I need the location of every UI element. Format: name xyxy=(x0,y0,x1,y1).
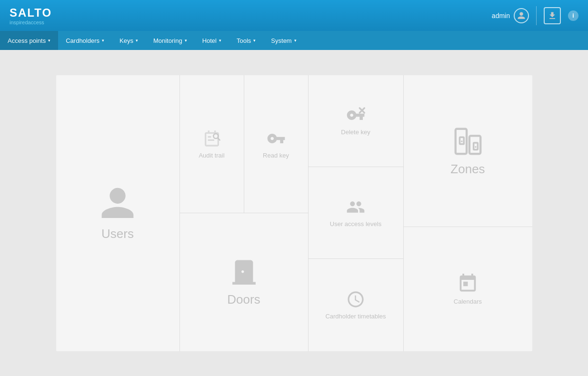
admin-label: admin xyxy=(492,12,510,20)
header-right: admin i xyxy=(492,6,578,25)
chevron-down-icon: ▾ xyxy=(294,38,297,43)
user-access-icon xyxy=(346,198,365,217)
cardholder-timetables-label: Cardholder timetables xyxy=(325,313,386,320)
chevron-down-icon: ▾ xyxy=(48,38,50,43)
right-middle-section: Delete key User access levels Cardholder… xyxy=(309,75,404,351)
zones-label: Zones xyxy=(450,162,485,177)
nav-item-monitoring[interactable]: Monitoring ▾ xyxy=(146,31,195,50)
cardholder-timetables-tile[interactable]: Cardholder timetables xyxy=(309,259,403,351)
delete-key-tile[interactable]: Delete key xyxy=(309,75,403,167)
middle-section: Audit trail Read key Door xyxy=(180,75,309,351)
nav-item-hotel[interactable]: Hotel ▾ xyxy=(195,31,229,50)
read-key-label: Read key xyxy=(263,152,289,159)
zones-icon xyxy=(451,125,485,158)
users-tile[interactable]: Users xyxy=(56,75,180,351)
cardholder-timetables-icon xyxy=(346,290,365,309)
logo-tagline: inspiredaccess xyxy=(10,20,44,25)
nav-bar: Access points ▾ Cardholders ▾ Keys ▾ Mon… xyxy=(0,31,588,50)
chevron-down-icon: ▾ xyxy=(253,38,256,43)
nav-item-keys[interactable]: Keys ▾ xyxy=(112,31,146,50)
doors-icon xyxy=(229,257,259,288)
audit-trail-label: Audit trail xyxy=(199,152,224,159)
logo-salto: SALTO xyxy=(10,6,52,20)
calendars-label: Calendars xyxy=(454,298,482,305)
info-icon[interactable]: i xyxy=(568,10,578,21)
nav-item-access-points[interactable]: Access points ▾ xyxy=(0,31,58,50)
users-label: Users xyxy=(101,227,134,241)
svg-rect-5 xyxy=(469,136,480,154)
read-key-icon xyxy=(267,129,286,148)
calendars-icon xyxy=(457,273,478,294)
nav-item-tools[interactable]: Tools ▾ xyxy=(229,31,263,50)
doors-tile[interactable]: Doors xyxy=(180,213,308,351)
user-access-levels-label: User access levels xyxy=(330,220,381,228)
dashboard-grid: Users Audit trail xyxy=(56,75,532,351)
audit-trail-icon xyxy=(202,129,221,148)
nav-item-system[interactable]: System ▾ xyxy=(263,31,304,50)
admin-area: admin xyxy=(492,8,529,23)
nav-item-cardholders[interactable]: Cardholders ▾ xyxy=(58,31,112,50)
header: SALTO inspiredaccess admin i xyxy=(0,0,588,31)
user-access-levels-tile[interactable]: User access levels xyxy=(309,167,403,259)
delete-key-label: Delete key xyxy=(341,129,370,136)
doors-label: Doors xyxy=(227,292,260,307)
chevron-down-icon: ▾ xyxy=(136,38,138,43)
logo: SALTO inspiredaccess xyxy=(10,6,52,25)
zones-tile[interactable]: Zones xyxy=(404,75,532,227)
svg-point-7 xyxy=(461,140,463,142)
read-key-tile[interactable]: Read key xyxy=(244,75,308,213)
main-content: Users Audit trail xyxy=(0,50,588,376)
chevron-down-icon: ▾ xyxy=(102,38,104,43)
delete-key-icon xyxy=(346,106,365,125)
svg-point-9 xyxy=(475,146,477,148)
calendars-tile[interactable]: Calendars xyxy=(404,227,532,351)
chevron-down-icon: ▾ xyxy=(185,38,187,43)
users-icon xyxy=(99,185,137,223)
top-row: Audit trail Read key xyxy=(180,75,308,213)
chevron-down-icon: ▾ xyxy=(219,38,221,43)
download-button[interactable] xyxy=(544,7,561,24)
far-right-section: Zones Calendars xyxy=(404,75,532,351)
audit-trail-tile[interactable]: Audit trail xyxy=(180,75,244,213)
user-icon[interactable] xyxy=(514,8,529,23)
header-divider xyxy=(536,6,537,25)
